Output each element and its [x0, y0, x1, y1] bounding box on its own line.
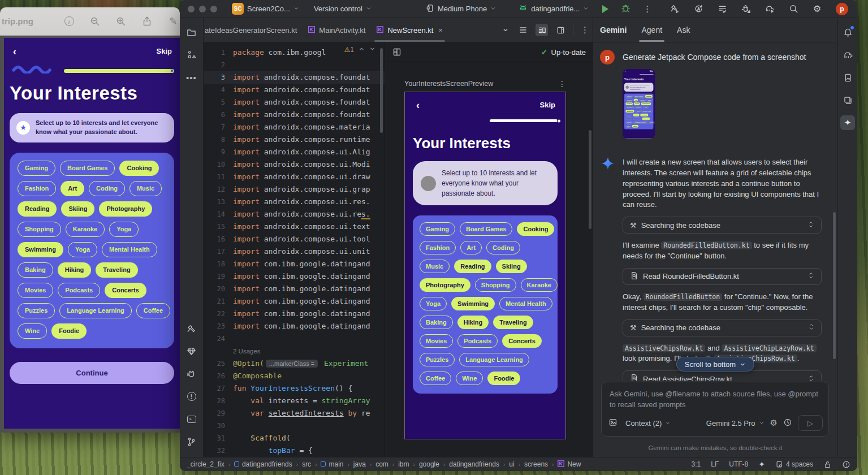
breadcrumb-item[interactable]: ui	[509, 460, 514, 468]
expand-collapse-icon[interactable]	[808, 374, 814, 381]
unlocked-icon[interactable]	[823, 460, 832, 469]
context-selector[interactable]: Context (2)	[625, 419, 671, 428]
editor-scrollbar[interactable]	[380, 48, 383, 133]
preview-scrollbar[interactable]	[589, 130, 591, 229]
code-editor[interactable]: 1package com.ibm.googl23import androidx.…	[204, 42, 385, 457]
editor-tab[interactable]: MainActivity.kt	[303, 18, 371, 42]
tab-options-icon[interactable]: ⋮	[581, 25, 589, 35]
logcat-cat-icon[interactable]	[184, 366, 199, 381]
scroll-to-bottom-button[interactable]: Scroll to bottom	[676, 357, 754, 372]
zoom-in-icon[interactable]	[115, 16, 127, 27]
prev-problem-icon[interactable]	[359, 46, 365, 54]
breadcrumb-item[interactable]: ibm	[398, 460, 409, 468]
gradle-elephant-icon[interactable]	[840, 48, 855, 62]
project-selector[interactable]: SC Screen2Co...	[232, 3, 299, 15]
search-everywhere-icon[interactable]	[788, 4, 798, 14]
sync-refactor-icon[interactable]	[693, 4, 703, 14]
breadcrumb-item[interactable]: com	[375, 460, 388, 468]
breadcrumb-item[interactable]: datingandfriends	[234, 460, 292, 468]
caret-position[interactable]: 3:1	[692, 460, 701, 468]
tool-call-card[interactable]: ⚒Searching the codebase	[623, 217, 822, 234]
history-clock-icon[interactable]	[783, 418, 792, 429]
model-selector[interactable]: Gemini 2.5 Pro	[706, 419, 765, 428]
inspections-status-icon[interactable]	[842, 460, 850, 469]
gemini-conversation[interactable]: pGenerate Jetpack Compose code from a sc…	[593, 42, 837, 381]
split-view-icon[interactable]	[536, 24, 548, 36]
code-view-icon[interactable]	[518, 25, 528, 35]
preview-layout-icon[interactable]	[392, 47, 402, 57]
more-actions-icon[interactable]: ⋮	[643, 4, 651, 14]
breadcrumb-item[interactable]: main	[321, 460, 343, 468]
structure-icon[interactable]	[184, 48, 199, 62]
expand-collapse-icon[interactable]	[808, 323, 814, 332]
info-icon[interactable]: i	[63, 16, 75, 27]
more-tool-windows-icon[interactable]: •••	[184, 70, 199, 85]
line-separator[interactable]: LF	[711, 460, 719, 468]
expand-collapse-icon[interactable]	[808, 271, 814, 281]
running-devices-icon[interactable]	[840, 70, 855, 85]
device-view-icon[interactable]	[555, 25, 565, 35]
module-icon	[234, 460, 239, 468]
notifications-bell-icon[interactable]	[840, 25, 855, 40]
attached-screenshot-thumbnail[interactable]: ‹SkipYour InterestsSelect up to 10 inter…	[623, 69, 655, 140]
user-avatar[interactable]: p	[836, 3, 848, 15]
chip-row: ShoppingKaraokeYoga	[625, 106, 652, 109]
gem-assistant-icon[interactable]	[184, 344, 199, 359]
file-encoding[interactable]: UTF-8	[729, 460, 748, 468]
breadcrumb-item[interactable]: _circle_2_fix	[187, 460, 224, 468]
expand-collapse-icon[interactable]	[808, 221, 814, 230]
gemini-scrollbar[interactable]	[833, 212, 836, 359]
preview-app-titlebar[interactable]: trip.png i ✎	[0, 7, 180, 36]
attach-debugger-icon[interactable]	[741, 4, 751, 14]
breadcrumb-item[interactable]: src	[302, 460, 311, 468]
breadcrumb-item[interactable]: google	[419, 460, 439, 468]
gemini-status-icon[interactable]: ✦	[758, 460, 765, 469]
share-icon[interactable]	[141, 16, 153, 27]
editor-tab[interactable]: NewScreen.kt×	[371, 18, 448, 42]
run-button[interactable]	[602, 5, 608, 13]
send-button[interactable]: ▷	[798, 415, 823, 431]
git-branch-icon[interactable]	[184, 434, 199, 449]
markup-pencil-icon[interactable]: ✎	[167, 16, 179, 27]
terminal-icon[interactable]: >_	[184, 412, 199, 426]
vcs-widget[interactable]: Version control	[314, 5, 372, 13]
editor-tab[interactable]: ateIdeasGeneratorScreen.kt	[204, 18, 303, 42]
breadcrumb[interactable]: _circle_2_fix›datingandfriends›src›main›…	[187, 460, 686, 469]
tool-call-card[interactable]: Read AssistiveChipsRow.kt	[623, 370, 822, 381]
breadcrumb-item[interactable]: java	[353, 460, 366, 468]
resource-manager-icon[interactable]	[840, 93, 855, 107]
gemini-tab-agent[interactable]: Agent	[641, 18, 662, 42]
tool-call-card[interactable]: Read RoundedFilledButton.kt	[623, 268, 822, 285]
inspection-widget[interactable]: ⚠1	[342, 45, 378, 54]
profiler-lines-icon[interactable]	[717, 4, 727, 14]
breadcrumb-item[interactable]: New	[558, 460, 581, 469]
settings-gear-icon[interactable]: ⚙	[812, 4, 822, 14]
gemini-sparkle-icon[interactable]: ✦	[840, 115, 855, 130]
window-controls[interactable]	[188, 6, 217, 12]
problems-icon[interactable]: !	[184, 389, 199, 404]
project-folder-icon[interactable]	[184, 25, 199, 40]
gradle-sync-icon[interactable]	[765, 4, 775, 14]
next-problem-icon[interactable]	[369, 46, 375, 54]
interest-chip: Concerts	[642, 118, 650, 120]
gemini-tab-ask[interactable]: Ask	[677, 18, 690, 42]
preview-options-icon[interactable]: ⋮	[558, 79, 566, 88]
breadcrumb-item[interactable]: screens	[524, 460, 548, 468]
tool-call-card[interactable]: ⚒Searching the codebase	[623, 319, 822, 336]
code-text: import com.ibm.google.datingand	[233, 258, 370, 270]
module-selector[interactable]: datingandfrie...	[519, 3, 589, 14]
indent-widget[interactable]: 4 spaces	[775, 460, 813, 468]
hidden-tabs-chevron-icon[interactable]	[500, 25, 511, 35]
close-tab-icon[interactable]: ×	[438, 26, 443, 34]
gemini-input[interactable]: Ask Gemini, use @filename to attach sour…	[601, 382, 829, 437]
zoom-out-icon[interactable]	[89, 16, 101, 27]
preview-canvas[interactable]: YourInterestsScreenPreview ⋮ ‹SkipYour I…	[385, 62, 593, 457]
build-hammer-icon[interactable]	[184, 321, 199, 336]
build-hammer-run-icon[interactable]	[670, 4, 680, 14]
ai-message-text: I will create a new screen that allows u…	[623, 157, 827, 210]
breadcrumb-item[interactable]: datingandfriends	[449, 460, 499, 468]
device-selector[interactable]: Medium Phone	[426, 4, 496, 14]
attach-image-icon[interactable]	[608, 418, 617, 429]
debug-button[interactable]	[621, 3, 631, 15]
gemini-settings-icon[interactable]: ⚙	[770, 418, 778, 428]
